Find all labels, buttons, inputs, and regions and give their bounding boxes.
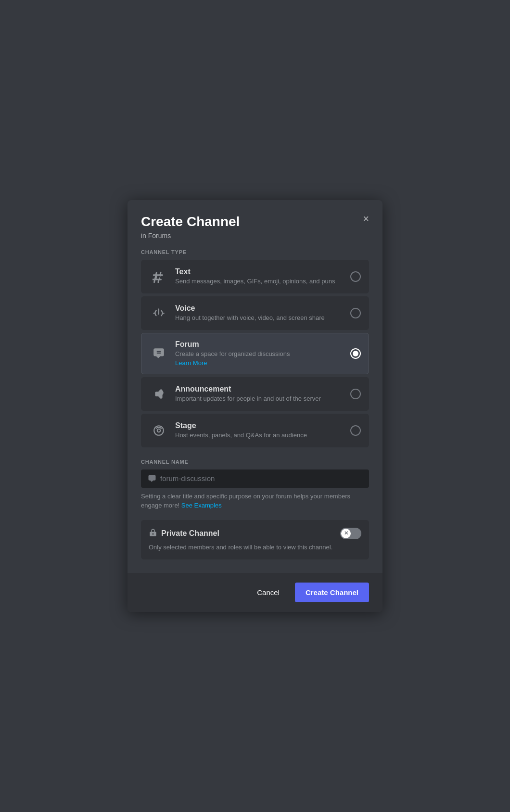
channel-name-section-label: CHANNEL NAME <box>141 459 369 465</box>
channel-option-forum[interactable]: Forum Create a space for organized discu… <box>141 333 369 374</box>
text-channel-icon <box>149 267 168 286</box>
modal-header: Create Channel in Forums × <box>128 200 382 247</box>
channel-name-input-wrap <box>141 469 369 488</box>
channel-option-stage[interactable]: Stage Host events, panels, and Q&As for … <box>141 414 369 447</box>
private-channel-desc: Only selected members and roles will be … <box>149 543 361 552</box>
stage-radio[interactable] <box>350 425 361 436</box>
modal-body: CHANNEL TYPE Text Send messages, images,… <box>128 247 382 573</box>
modal-footer: Cancel Create Channel <box>128 573 382 612</box>
private-channel-header: Private Channel ✕ <box>149 528 361 539</box>
channel-name-section: CHANNEL NAME Setting a clear title and s… <box>141 459 369 510</box>
text-radio[interactable] <box>350 271 361 282</box>
voice-channel-icon <box>149 304 168 323</box>
stage-channel-name: Stage <box>175 421 345 430</box>
private-channel-left: Private Channel <box>149 528 219 539</box>
close-button[interactable]: × <box>361 212 371 226</box>
text-channel-desc: Send messages, images, GIFs, emoji, opin… <box>175 277 345 286</box>
forum-channel-name: Forum <box>175 340 345 349</box>
private-channel-section: Private Channel ✕ Only selected members … <box>141 520 369 559</box>
see-examples-link[interactable]: See Examples <box>181 502 222 509</box>
channel-name-hint: Setting a clear title and specific purpo… <box>141 492 369 510</box>
voice-radio[interactable] <box>350 308 361 318</box>
forum-input-icon <box>148 474 156 483</box>
stage-channel-info: Stage Host events, panels, and Q&As for … <box>175 421 345 440</box>
announcement-channel-name: Announcement <box>175 385 345 393</box>
learn-more-link[interactable]: Learn More <box>175 359 207 367</box>
announcement-channel-icon <box>149 384 168 404</box>
forum-channel-icon <box>149 344 168 363</box>
announcement-channel-info: Announcement Important updates for peopl… <box>175 385 345 403</box>
create-channel-button[interactable]: Create Channel <box>295 583 369 602</box>
lock-icon <box>149 528 157 539</box>
channel-type-label: CHANNEL TYPE <box>141 249 369 255</box>
announcement-channel-desc: Important updates for people in and out … <box>175 394 345 403</box>
stage-channel-desc: Host events, panels, and Q&As for an aud… <box>175 431 345 440</box>
channel-options-list: Text Send messages, images, GIFs, emoji,… <box>141 260 369 447</box>
private-channel-label: Private Channel <box>161 529 219 538</box>
toggle-knob: ✕ <box>341 529 351 538</box>
forum-channel-desc: Create a space for organized discussions <box>175 350 345 358</box>
channel-option-text[interactable]: Text Send messages, images, GIFs, emoji,… <box>141 260 369 293</box>
cancel-button[interactable]: Cancel <box>249 584 287 600</box>
channel-option-voice[interactable]: Voice Hang out together with voice, vide… <box>141 296 369 330</box>
private-channel-toggle[interactable]: ✕ <box>340 528 361 539</box>
announcement-radio[interactable] <box>350 389 361 399</box>
text-channel-info: Text Send messages, images, GIFs, emoji,… <box>175 267 345 286</box>
channel-name-input[interactable] <box>160 474 362 482</box>
create-channel-modal: Create Channel in Forums × CHANNEL TYPE … <box>128 200 382 612</box>
modal-subtitle: in Forums <box>141 232 369 240</box>
channel-option-announcement[interactable]: Announcement Important updates for peopl… <box>141 377 369 411</box>
voice-channel-desc: Hang out together with voice, video, and… <box>175 314 345 322</box>
forum-radio[interactable] <box>350 348 361 359</box>
text-channel-name: Text <box>175 267 345 276</box>
forum-channel-info: Forum Create a space for organized discu… <box>175 340 345 367</box>
voice-channel-info: Voice Hang out together with voice, vide… <box>175 304 345 322</box>
stage-channel-icon <box>149 421 168 440</box>
voice-channel-name: Voice <box>175 304 345 313</box>
modal-title: Create Channel <box>141 214 369 230</box>
